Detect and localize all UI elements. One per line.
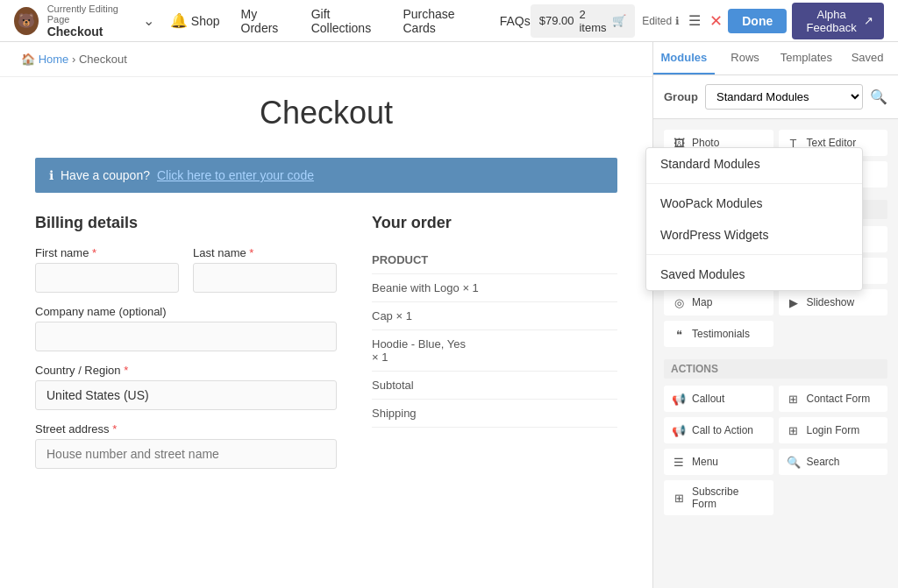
site-info: Currently Editing Page Checkout xyxy=(47,4,131,39)
site-logo: 🐻 xyxy=(14,7,39,35)
country-select[interactable]: United States (US) xyxy=(35,380,337,410)
contact-form-icon: ⊞ xyxy=(786,391,802,407)
order-table: Product Beanie with Logo × 1 xyxy=(372,246,617,428)
street-label: Street address * xyxy=(35,422,337,436)
done-button[interactable]: Done xyxy=(728,9,787,33)
checkout-columns: Billing details First name * Last name * xyxy=(35,214,617,481)
tab-modules[interactable]: Modules xyxy=(653,42,715,74)
subtotal-label: Subtotal xyxy=(372,372,617,400)
dropdown-item-wordpress[interactable]: WordPress Widgets xyxy=(646,219,862,251)
coupon-link[interactable]: Click here to enter your code xyxy=(157,168,314,182)
company-label: Company name (optional) xyxy=(35,305,337,318)
table-row: Cap × 1 xyxy=(372,302,617,330)
top-bar: 🐻 Currently Editing Page Checkout ⌄ 🔔 Sh… xyxy=(0,0,898,42)
page-content: 🏠 Home › Checkout Checkout ℹ Have a coup… xyxy=(0,42,652,588)
module-contact-form[interactable]: ⊞ Contact Form xyxy=(779,386,888,412)
search-button[interactable]: 🔍 xyxy=(870,89,887,105)
module-map-label: Map xyxy=(692,296,712,308)
editing-label: Currently Editing Page xyxy=(47,4,131,25)
right-panel: Modules Rows Templates Saved Group Stand… xyxy=(652,42,898,588)
list-icon[interactable]: ☰ xyxy=(685,9,704,32)
dropdown-item-woopack[interactable]: WooPack Modules xyxy=(646,188,862,219)
coupon-bar: ℹ Have a coupon? Click here to enter you… xyxy=(35,158,617,193)
slideshow-icon: ▶ xyxy=(786,294,802,310)
group-select[interactable]: Standard Modules xyxy=(705,84,863,110)
top-bar-left: 🐻 Currently Editing Page Checkout ⌄ 🔔 xyxy=(14,4,191,39)
map-icon: ◎ xyxy=(671,294,687,310)
module-map[interactable]: ◎ Map xyxy=(664,289,773,315)
panel-tabs: Modules Rows Templates Saved xyxy=(653,42,898,75)
breadcrumb-home[interactable]: Home xyxy=(39,53,69,66)
coupon-text: Have a coupon? xyxy=(61,168,150,182)
module-testimonials[interactable]: ❝ Testimonials xyxy=(664,321,773,347)
module-subscribe-form[interactable]: ⊞ Subscribe Form xyxy=(664,480,773,515)
module-subscribe-form-label: Subscribe Form xyxy=(692,485,766,510)
module-search[interactable]: 🔍 Search xyxy=(779,449,888,475)
item-name-0: Beanie with Logo × 1 xyxy=(372,274,617,302)
table-row: Beanie with Logo × 1 xyxy=(372,274,617,302)
module-menu-label: Menu xyxy=(692,456,718,468)
info-icon: ℹ xyxy=(49,168,53,182)
nav-my-orders[interactable]: My Orders xyxy=(241,7,290,35)
module-slideshow[interactable]: ▶ Slideshow xyxy=(779,289,888,315)
actions-section: Actions 📢 Callout ⊞ Contact Form 📢 Call … xyxy=(664,359,887,515)
nav-purchase-cards[interactable]: Purchase Cards xyxy=(403,7,478,35)
actions-section-title: Actions xyxy=(664,359,887,379)
cart-icon: 🛒 xyxy=(612,14,626,27)
cart-price: $79.00 xyxy=(539,14,574,27)
main-layout: 🏠 Home › Checkout Checkout ℹ Have a coup… xyxy=(0,42,898,588)
module-slideshow-label: Slideshow xyxy=(807,296,855,308)
last-name-label: Last name * xyxy=(193,246,337,259)
module-login-form-label: Login Form xyxy=(807,424,860,436)
billing-title: Billing details xyxy=(35,214,337,232)
module-callout[interactable]: 📢 Callout xyxy=(664,386,773,412)
last-name-input[interactable] xyxy=(193,263,337,293)
company-input[interactable] xyxy=(35,322,337,351)
nav-faqs[interactable]: FAQs xyxy=(500,14,531,28)
notifications-icon[interactable]: 🔔 xyxy=(167,9,191,32)
item-name-1: Cap × 1 xyxy=(372,302,617,330)
nav-bar: Shop My Orders Gift Collections Purchase… xyxy=(191,7,531,35)
testimonials-icon: ❝ xyxy=(671,326,687,342)
breadcrumb-separator: › xyxy=(72,53,75,66)
search-icon: 🔍 xyxy=(786,454,802,470)
last-name-group: Last name * xyxy=(193,246,337,293)
dropdown-divider-2 xyxy=(646,254,862,255)
breadcrumb-current: Checkout xyxy=(79,53,127,66)
module-call-to-action-label: Call to Action xyxy=(692,424,753,436)
first-name-input[interactable] xyxy=(35,263,179,293)
dropdown-item-standard[interactable]: Standard Modules xyxy=(646,148,862,180)
top-bar-right: $79.00 2 items 🛒 Edited ℹ ☰ ✕ Done Alpha… xyxy=(531,3,884,39)
dropdown-divider-1 xyxy=(646,183,862,184)
cart-info: $79.00 2 items 🛒 xyxy=(531,4,636,38)
dropdown-item-saved[interactable]: Saved Modules xyxy=(646,259,862,290)
first-name-group: First name * xyxy=(35,246,179,293)
tab-saved[interactable]: Saved xyxy=(837,42,898,74)
module-search-label: Search xyxy=(807,456,840,468)
edit-controls: Edited ℹ ☰ ✕ Done Alpha Feedback ↗ xyxy=(642,3,884,39)
nav-gift-collections[interactable]: Gift Collections xyxy=(311,7,382,35)
product-col-header: Product xyxy=(372,246,617,274)
table-row: Subtotal xyxy=(372,372,617,400)
company-group: Company name (optional) xyxy=(35,305,337,351)
login-form-icon: ⊞ xyxy=(786,422,802,438)
street-input[interactable] xyxy=(35,439,337,469)
module-menu[interactable]: ☰ Menu xyxy=(664,449,773,475)
alpha-feedback-button[interactable]: Alpha Feedback ↗ xyxy=(792,3,884,39)
order-title: Your order xyxy=(372,214,617,232)
module-login-form[interactable]: ⊞ Login Form xyxy=(779,417,888,443)
module-callout-label: Callout xyxy=(692,393,724,405)
table-row: Shipping xyxy=(372,400,617,428)
callout-icon: 📢 xyxy=(671,391,687,407)
module-call-to-action[interactable]: 📢 Call to Action xyxy=(664,417,773,443)
table-row: Hoodie - Blue, Yes× 1 xyxy=(372,330,617,372)
page-name: Checkout xyxy=(47,25,131,39)
breadcrumb: 🏠 Home › Checkout xyxy=(0,42,652,77)
chevron-down-icon[interactable]: ⌄ xyxy=(139,9,158,32)
call-to-action-icon: 📢 xyxy=(671,422,687,438)
nav-shop[interactable]: Shop xyxy=(191,14,220,28)
tab-rows[interactable]: Rows xyxy=(715,42,776,74)
tab-templates[interactable]: Templates xyxy=(776,42,837,74)
page-title: Checkout xyxy=(35,95,617,131)
close-button[interactable]: ✕ xyxy=(709,11,723,31)
